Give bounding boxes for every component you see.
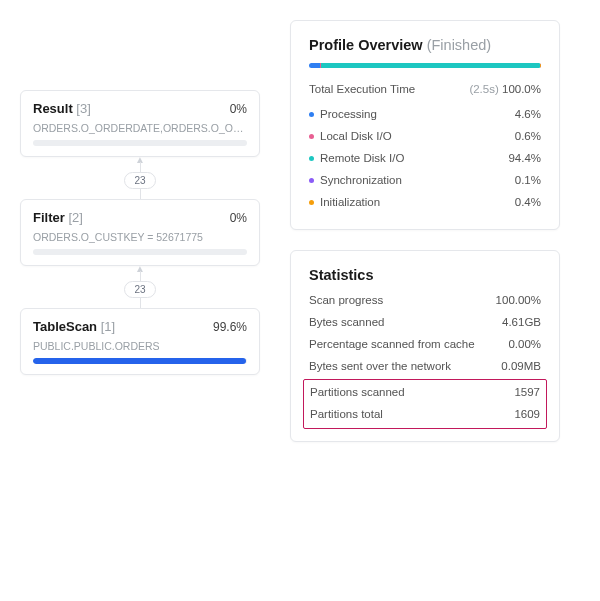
edge-filter-scan: ▲ 23 — [20, 266, 260, 308]
stat-row: Scan progress100.00% — [309, 289, 541, 311]
stripe-seg — [321, 63, 540, 68]
overview-row: Initialization0.4% — [309, 191, 541, 213]
node-desc: ORDERS.O_ORDERDATE,ORDERS.O_OR... — [33, 122, 247, 134]
overview-row: Processing4.6% — [309, 103, 541, 125]
panel-title: Profile Overview (Finished) — [309, 37, 541, 53]
dot-icon — [309, 178, 314, 183]
node-pct: 0% — [230, 211, 247, 225]
node-bar — [33, 249, 247, 255]
node-title: Filter [2] — [33, 210, 83, 225]
partitions-highlight: Partitions scanned1597Partitions total16… — [303, 379, 547, 429]
stat-row: Partitions total1609 — [310, 403, 540, 425]
node-result[interactable]: Result [3] 0% ORDERS.O_ORDERDATE,ORDERS.… — [20, 90, 260, 157]
overview-row: Local Disk I/O0.6% — [309, 125, 541, 147]
edge-result-filter: ▲ 23 — [20, 157, 260, 199]
stripe-seg — [309, 63, 320, 68]
node-pct: 0% — [230, 102, 247, 116]
node-filter[interactable]: Filter [2] 0% ORDERS.O_CUSTKEY = 5267177… — [20, 199, 260, 266]
statistics-panel: Statistics Scan progress100.00%Bytes sca… — [290, 250, 560, 442]
query-plan-tree: Result [3] 0% ORDERS.O_ORDERDATE,ORDERS.… — [20, 20, 260, 375]
overview-row: Remote Disk I/O94.4% — [309, 147, 541, 169]
dot-icon — [309, 112, 314, 117]
node-title: Result [3] — [33, 101, 91, 116]
node-tablescan[interactable]: TableScan [1] 99.6% PUBLIC.PUBLIC.ORDERS — [20, 308, 260, 375]
panel-title: Statistics — [309, 267, 541, 283]
node-bar — [33, 358, 247, 364]
dot-icon — [309, 134, 314, 139]
stripe-seg — [540, 63, 541, 68]
node-desc: ORDERS.O_CUSTKEY = 52671775 — [33, 231, 247, 243]
node-pct: 99.6% — [213, 320, 247, 334]
node-title: TableScan [1] — [33, 319, 115, 334]
stat-row: Percentage scanned from cache0.00% — [309, 333, 541, 355]
profile-overview-panel: Profile Overview (Finished) Total Execut… — [290, 20, 560, 230]
node-bar — [33, 140, 247, 146]
stat-row: Bytes sent over the network0.09MB — [309, 355, 541, 377]
dot-icon — [309, 200, 314, 205]
dot-icon — [309, 156, 314, 161]
node-desc: PUBLIC.PUBLIC.ORDERS — [33, 340, 247, 352]
time-distribution-bar — [309, 63, 541, 68]
overview-row: Synchronization0.1% — [309, 169, 541, 191]
stat-row: Bytes scanned4.61GB — [309, 311, 541, 333]
stat-row: Partitions scanned1597 — [310, 381, 540, 403]
total-exec-row: Total Execution Time (2.5s) 100.0% — [309, 78, 541, 103]
